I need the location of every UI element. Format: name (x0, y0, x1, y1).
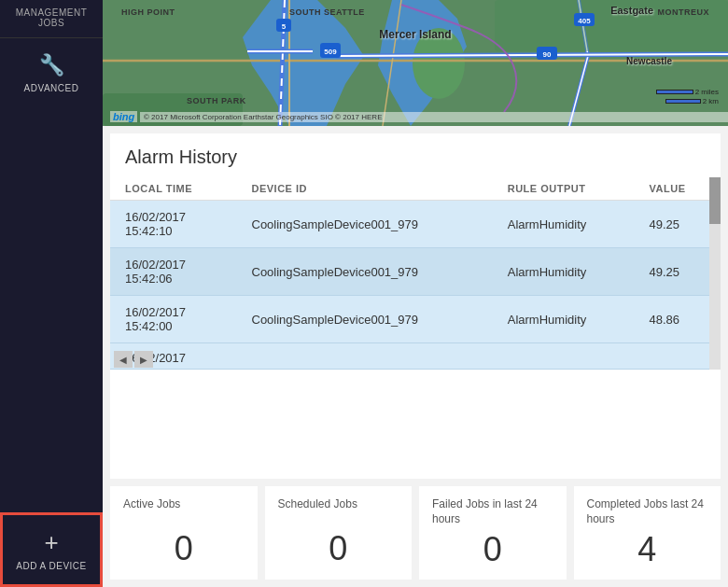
south-park-label: SOUTH PARK (187, 96, 246, 105)
map-container: 509 5 90 405 Mercer Island Eastgate HIGH… (103, 0, 728, 126)
active-jobs-value: 0 (123, 529, 245, 568)
scheduled-jobs-value: 0 (278, 529, 399, 568)
alarm-history-section: Alarm History LOCAL TIME DEVICE ID RULE … (110, 133, 721, 479)
alarm-table-wrapper[interactable]: LOCAL TIME DEVICE ID RULE OUTPUT VALUE 1… (110, 177, 721, 370)
cell-rule-output: AlarmHumidity (493, 248, 635, 296)
map-scale: 2 miles 2 km (656, 88, 719, 105)
cell-value (635, 343, 721, 370)
jobs-row: Active Jobs 0 Scheduled Jobs 0 Failed Jo… (110, 486, 721, 580)
scroll-left-button[interactable]: ◀ (114, 351, 133, 368)
svg-text:405: 405 (578, 17, 591, 25)
completed-jobs-value: 4 (587, 530, 708, 569)
sidebar-bottom: + ADD A DEVICE (0, 512, 103, 587)
add-device-button[interactable]: + ADD A DEVICE (0, 512, 103, 587)
main-content: 509 5 90 405 Mercer Island Eastgate HIGH… (103, 0, 728, 587)
alarm-header-row: LOCAL TIME DEVICE ID RULE OUTPUT VALUE (110, 177, 721, 201)
scale-2mi-label: 2 miles (695, 88, 719, 96)
cell-device-id: CoolingSampleDevice001_979 (237, 201, 493, 248)
cell-rule-output: AlarmHumidity (493, 296, 635, 343)
cell-local-time: 16/02/201715:42:06 (110, 248, 237, 296)
mercer-island-label: Mercer Island (379, 28, 451, 41)
montreux-label: MONTREUX (658, 7, 710, 17)
failed-jobs-title: Failed Jobs in last 24 hours (432, 497, 553, 526)
svg-text:90: 90 (543, 50, 552, 59)
wrench-icon: 🔧 (39, 53, 64, 77)
alarm-history-title: Alarm History (110, 133, 721, 177)
cell-value: 49.25 (635, 201, 721, 248)
col-local-time: LOCAL TIME (110, 177, 237, 201)
cell-device-id (237, 343, 493, 370)
cell-local-time: 16/02/201715:42:10 (110, 201, 237, 248)
cell-value: 49.25 (635, 248, 721, 296)
completed-jobs-card: Completed Jobs last 24 hours 4 (574, 486, 721, 580)
plus-icon: + (44, 528, 58, 557)
eastgate-label: Eastgate (610, 5, 653, 16)
bing-logo: bing (110, 111, 137, 122)
scale-2km-label: 2 km (703, 97, 719, 105)
table-row: 16/02/2017 (110, 343, 721, 370)
sidebar-title: MANAGEMENT JOBS (0, 0, 103, 38)
sidebar-item-advanced[interactable]: 🔧 ADVANCED (0, 38, 103, 108)
newcastle-label: Newcastle (626, 56, 672, 66)
alarm-table: LOCAL TIME DEVICE ID RULE OUTPUT VALUE 1… (110, 177, 721, 370)
svg-text:5: 5 (282, 22, 287, 31)
table-row: 16/02/201715:42:00 CoolingSampleDevice00… (110, 296, 721, 343)
scroll-right-button[interactable]: ▶ (134, 351, 153, 368)
table-row: 16/02/201715:42:10 CoolingSampleDevice00… (110, 201, 721, 248)
table-row: 16/02/201715:42:06 CoolingSampleDevice00… (110, 248, 721, 296)
scheduled-jobs-title: Scheduled Jobs (278, 497, 357, 512)
sidebar: MANAGEMENT JOBS 🔧 ADVANCED + ADD A DEVIC… (0, 0, 103, 587)
active-jobs-title: Active Jobs (123, 497, 180, 512)
col-value: VALUE (635, 177, 721, 201)
completed-jobs-title: Completed Jobs last 24 hours (587, 497, 708, 526)
advanced-label: ADVANCED (24, 83, 79, 93)
cell-rule-output: AlarmHumidity (493, 201, 635, 248)
table-nav: ◀ ▶ (110, 349, 157, 370)
cell-local-time: 16/02/201715:42:00 (110, 296, 237, 343)
active-jobs-card: Active Jobs 0 (110, 486, 258, 580)
scrollbar-thumb[interactable] (709, 177, 721, 224)
col-device-id: DEVICE ID (237, 177, 493, 201)
cell-rule-output (493, 343, 635, 370)
scrollbar-track[interactable] (709, 177, 721, 370)
alarm-table-body: 16/02/201715:42:10 CoolingSampleDevice00… (110, 201, 721, 370)
cell-device-id: CoolingSampleDevice001_979 (237, 248, 493, 296)
sidebar-top: MANAGEMENT JOBS 🔧 ADVANCED (0, 0, 103, 108)
map-copyright: © 2017 Microsoft Corporation Earthstar G… (140, 112, 728, 122)
alarm-jobs-section: Alarm History LOCAL TIME DEVICE ID RULE … (103, 126, 728, 587)
cell-device-id: CoolingSampleDevice001_979 (237, 296, 493, 343)
south-seattle-label: SOUTH SEATTLE (289, 7, 365, 17)
scheduled-jobs-card: Scheduled Jobs 0 (265, 486, 413, 580)
col-rule-output: RULE OUTPUT (493, 177, 635, 201)
failed-jobs-value: 0 (432, 530, 553, 569)
alarm-table-header: LOCAL TIME DEVICE ID RULE OUTPUT VALUE (110, 177, 721, 201)
svg-text:509: 509 (324, 48, 337, 56)
high-point-label: HIGH POINT (121, 7, 175, 17)
cell-value: 48.86 (635, 296, 721, 343)
add-device-label: ADD A DEVICE (16, 561, 86, 571)
failed-jobs-card: Failed Jobs in last 24 hours 0 (419, 486, 567, 580)
